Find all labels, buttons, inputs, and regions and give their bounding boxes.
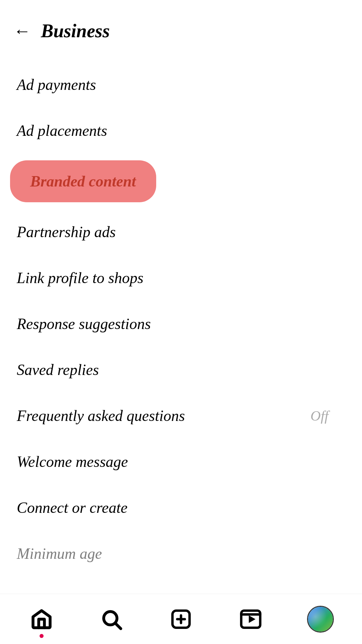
reels-icon — [239, 608, 262, 631]
menu-item-label-minimum-age: Minimum age — [17, 545, 102, 562]
menu-item-branded-content[interactable]: Branded content — [0, 154, 362, 209]
menu-item-label-ad-placements: Ad placements — [17, 122, 107, 139]
page-title: Business — [41, 20, 110, 42]
search-icon — [100, 608, 123, 631]
nav-item-reels[interactable] — [224, 594, 278, 644]
menu-item-label-branded-content: Branded content — [30, 173, 136, 190]
add-icon — [170, 608, 192, 631]
header: ← Business — [0, 0, 362, 55]
menu-item-ad-payments[interactable]: Ad payments — [0, 62, 362, 108]
menu-item-label-connect-or-create: Connect or create — [17, 499, 127, 516]
menu-item-connect-or-create[interactable]: Connect or create — [0, 485, 362, 531]
menu-item-link-profile-to-shops[interactable]: Link profile to shops — [0, 255, 362, 301]
home-icon — [30, 608, 53, 631]
menu-item-welcome-message[interactable]: Welcome message — [0, 439, 362, 485]
menu-item-minimum-age[interactable]: Minimum age — [0, 531, 362, 577]
menu-item-label-ad-payments: Ad payments — [17, 76, 96, 93]
menu-list: Ad paymentsAd placementsBranded contentP… — [0, 55, 362, 583]
highlighted-wrapper-branded-content: Branded content — [10, 160, 156, 202]
menu-item-ad-placements[interactable]: Ad placements — [0, 108, 362, 154]
home-dot — [40, 634, 44, 638]
menu-item-label-saved-replies: Saved replies — [17, 361, 99, 378]
menu-item-partnership-ads[interactable]: Partnership ads — [0, 209, 362, 255]
menu-item-label-response-suggestions: Response suggestions — [17, 315, 151, 332]
menu-item-label-frequently-asked-questions: Frequently asked questions — [17, 407, 185, 425]
menu-item-response-suggestions[interactable]: Response suggestions — [0, 301, 362, 347]
nav-item-add[interactable] — [154, 594, 208, 644]
menu-item-label-welcome-message: Welcome message — [17, 453, 128, 470]
profile-avatar — [307, 606, 334, 633]
bottom-navigation — [0, 594, 362, 644]
nav-item-search[interactable] — [84, 594, 138, 644]
menu-item-frequently-asked-questions[interactable]: Frequently asked questionsOff — [0, 393, 362, 439]
back-button[interactable]: ← — [13, 22, 31, 40]
menu-item-saved-replies[interactable]: Saved replies — [0, 347, 362, 393]
svg-line-1 — [116, 623, 121, 629]
nav-item-profile[interactable] — [294, 594, 347, 644]
menu-item-label-partnership-ads: Partnership ads — [17, 223, 116, 240]
nav-item-home[interactable] — [15, 594, 68, 644]
svg-marker-6 — [249, 615, 255, 623]
menu-item-label-link-profile-to-shops: Link profile to shops — [17, 269, 143, 286]
menu-item-status-frequently-asked-questions: Off — [310, 408, 328, 424]
